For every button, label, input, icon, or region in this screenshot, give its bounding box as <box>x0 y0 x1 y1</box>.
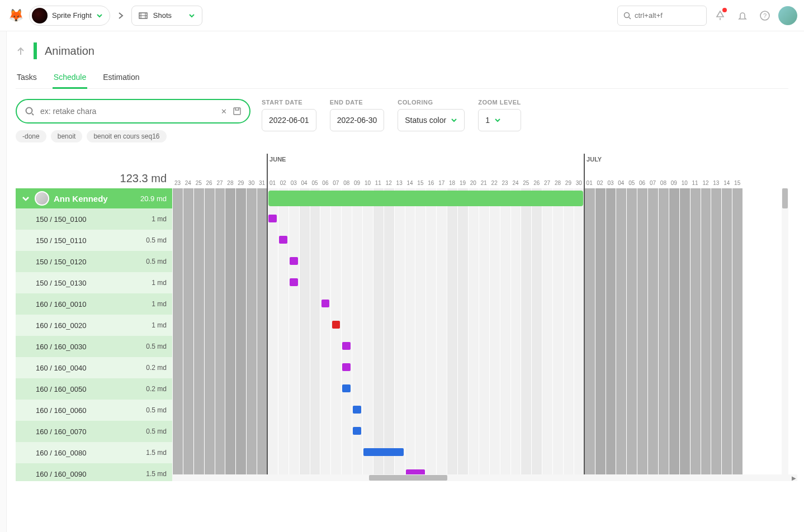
save-search-button[interactable] <box>233 107 242 116</box>
gantt-task-row[interactable] <box>172 230 743 251</box>
filter-chip[interactable]: benoit <box>51 130 83 142</box>
task-row[interactable]: 160 / 160_00600.5 md <box>16 400 172 421</box>
task-row[interactable]: 160 / 160_00500.2 md <box>16 378 172 400</box>
day-cell <box>193 421 204 442</box>
gantt-task-row[interactable] <box>172 315 743 336</box>
clear-search-button[interactable]: ✕ <box>221 107 227 116</box>
task-bar[interactable] <box>342 342 351 350</box>
task-row[interactable]: 160 / 160_00101 md <box>16 293 172 315</box>
start-date-input[interactable]: 2022-06-01 <box>262 109 316 131</box>
day-cell <box>225 400 235 421</box>
vertical-scrollbar[interactable] <box>782 188 788 474</box>
task-bar[interactable] <box>290 278 298 286</box>
day-header-cell: 15 <box>732 166 742 188</box>
task-row[interactable]: 150 / 150_01001 md <box>16 208 172 230</box>
day-cell <box>542 272 552 293</box>
gantt-task-row[interactable] <box>172 251 743 272</box>
artist-row[interactable]: Ann Kennedy 20.9 md <box>16 188 172 208</box>
help-button[interactable]: ? <box>756 7 774 25</box>
gantt-task-row[interactable] <box>172 272 743 293</box>
day-cell <box>647 208 658 230</box>
day-cell <box>299 421 310 442</box>
day-cell <box>574 315 584 336</box>
day-cell <box>436 251 447 272</box>
task-row[interactable]: 160 / 160_00201 md <box>16 315 172 336</box>
gantt-task-row[interactable] <box>172 442 743 463</box>
task-row[interactable]: 150 / 150_01301 md <box>16 272 172 293</box>
coloring-select[interactable]: Status color <box>398 109 465 131</box>
day-cell <box>606 188 616 208</box>
task-bar[interactable] <box>353 406 361 414</box>
task-bar[interactable] <box>279 236 287 244</box>
chevron-down-icon[interactable] <box>21 194 30 203</box>
day-cell <box>425 442 436 463</box>
bell-button[interactable] <box>734 7 751 25</box>
day-cell <box>384 315 394 336</box>
filter-search-input[interactable] <box>40 107 215 116</box>
breadcrumb-arrow-icon[interactable] <box>115 12 127 20</box>
project-selector[interactable]: Sprite Fright <box>29 6 110 26</box>
filter-chip[interactable]: -done <box>16 130 46 142</box>
task-row[interactable]: 160 / 160_00400.2 md <box>16 357 172 378</box>
task-bar[interactable] <box>342 363 351 371</box>
day-cell <box>626 293 637 315</box>
task-bar[interactable] <box>353 427 361 435</box>
day-cell <box>172 357 183 378</box>
task-bar[interactable] <box>290 257 298 265</box>
day-cell <box>521 208 531 230</box>
day-cell <box>447 336 457 357</box>
day-cell <box>711 400 721 421</box>
day-cell <box>616 357 626 378</box>
filter-chip[interactable]: benoit en cours seq16 <box>87 130 166 142</box>
day-cell <box>647 378 658 400</box>
task-row[interactable]: 160 / 160_00700.5 md <box>16 421 172 442</box>
global-search-input[interactable] <box>635 11 701 20</box>
task-bar[interactable] <box>342 384 351 392</box>
task-row[interactable]: 160 / 160_00801.5 md <box>16 442 172 463</box>
gantt-task-row[interactable] <box>172 336 743 357</box>
gantt-task-row[interactable] <box>172 400 743 421</box>
day-cell <box>425 251 436 272</box>
task-row[interactable]: 160 / 160_00300.5 md <box>16 336 172 357</box>
day-cell <box>394 336 405 357</box>
task-row[interactable]: 160 / 160_00901.5 md <box>16 463 172 481</box>
end-date-input[interactable]: 2022-06-30 <box>330 109 385 131</box>
task-row[interactable]: 150 / 150_01200.5 md <box>16 251 172 272</box>
zoom-select[interactable]: 1 <box>478 109 521 131</box>
day-cell <box>637 442 647 463</box>
day-cell <box>701 251 711 272</box>
day-cell <box>457 357 468 378</box>
horizontal-scrollbar[interactable]: ◀ ▶ <box>157 474 797 481</box>
gantt-artist-row[interactable] <box>172 188 743 208</box>
gantt-task-row[interactable] <box>172 357 743 378</box>
task-name: 160 / 160_0090 <box>36 470 146 478</box>
task-bar[interactable] <box>332 321 340 329</box>
day-header-cell: 07 <box>330 166 341 188</box>
gantt-task-row[interactable] <box>172 208 743 230</box>
gantt-task-row[interactable] <box>172 378 743 400</box>
day-cell <box>204 251 215 272</box>
day-cell <box>436 378 447 400</box>
back-up-button[interactable] <box>16 46 26 56</box>
task-bar[interactable] <box>321 300 330 307</box>
user-avatar[interactable] <box>778 6 797 25</box>
context-selector[interactable]: Shots <box>131 6 202 26</box>
app-logo[interactable]: 🦊 <box>7 7 25 25</box>
tab-estimation[interactable]: Estimation <box>102 69 140 88</box>
day-cell <box>647 251 658 272</box>
artist-span-bar[interactable] <box>268 191 583 206</box>
day-header-cell: 05 <box>310 166 320 188</box>
tab-schedule[interactable]: Schedule <box>53 69 87 89</box>
task-bar[interactable] <box>268 215 277 222</box>
filter-search[interactable]: ✕ <box>16 99 250 124</box>
gantt-task-row[interactable] <box>172 421 743 442</box>
global-search[interactable] <box>617 6 707 26</box>
day-cell <box>415 208 425 230</box>
tab-tasks[interactable]: Tasks <box>16 69 38 88</box>
day-cell <box>299 272 310 293</box>
task-bar[interactable] <box>363 448 404 456</box>
task-row[interactable]: 150 / 150_01100.5 md <box>16 230 172 251</box>
task-md: 1 md <box>152 300 167 308</box>
notifications-button[interactable] <box>711 7 729 25</box>
gantt-task-row[interactable] <box>172 293 743 315</box>
